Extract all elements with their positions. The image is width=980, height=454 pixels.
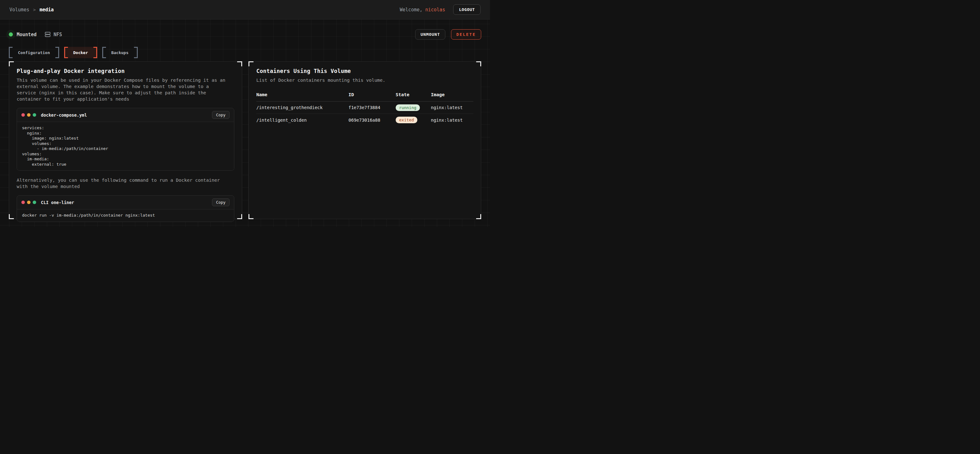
panel-title: Plug-and-play Docker integration	[17, 68, 234, 74]
breadcrumb-volumes-link[interactable]: Volumes	[10, 7, 29, 13]
traffic-light-green-icon	[33, 113, 36, 117]
card-corner-icon	[476, 214, 481, 219]
container-state: running	[396, 105, 431, 111]
mounted-status-dot-icon	[9, 32, 13, 37]
tab-configuration[interactable]: Configuration	[9, 47, 59, 58]
welcome-prefix: Welcome,	[400, 7, 425, 13]
tab-docker[interactable]: Docker	[64, 47, 97, 58]
container-id: 069e73016a88	[348, 117, 396, 122]
traffic-light-amber-icon	[27, 113, 30, 117]
traffic-light-red-icon	[21, 113, 25, 117]
table-row: /intelligent_colden 069e73016a88 exited …	[256, 114, 473, 126]
status-row: Mounted NFS UNMOUNT DELETE	[9, 19, 481, 40]
containers-panel: Containers Using This Volume List of Doc…	[248, 61, 481, 219]
traffic-lights	[21, 113, 36, 117]
main-content: Mounted NFS UNMOUNT DELETE Configuration…	[0, 19, 490, 227]
volume-type-label: NFS	[54, 32, 62, 37]
status-badge-running: running	[396, 105, 420, 111]
mounted-status-label: Mounted	[17, 32, 37, 37]
cli-intro-text: Alternatively, you can use the following…	[17, 177, 231, 190]
traffic-light-green-icon	[33, 201, 36, 204]
code-block-header: CLI one-liner Copy	[17, 195, 234, 209]
volume-actions: UNMOUNT DELETE	[415, 29, 481, 40]
copy-compose-button[interactable]: Copy	[212, 111, 229, 119]
containers-table: Name ID State Image /interesting_grothen…	[256, 92, 473, 126]
card-corner-icon	[248, 214, 253, 219]
container-name: /interesting_grothendieck	[256, 105, 348, 110]
tab-bar: Configuration Docker Backups	[9, 47, 481, 58]
panel-title: Containers Using This Volume	[256, 68, 473, 74]
container-name: /intelligent_colden	[256, 117, 348, 122]
traffic-light-red-icon	[21, 201, 25, 204]
table-row: /interesting_grothendieck f1e73e7f3884 r…	[256, 102, 473, 114]
column-header-state: State	[396, 92, 431, 97]
top-bar: Volumes > media Welcome, nicolas LOGOUT	[0, 0, 490, 19]
panel-subtitle: List of Docker containers mounting this …	[256, 77, 469, 83]
column-header-name: Name	[256, 92, 348, 97]
unmount-button[interactable]: UNMOUNT	[415, 29, 445, 40]
panels: Plug-and-play Docker integration This vo…	[9, 61, 481, 219]
server-icon	[45, 32, 51, 37]
cli-code-block: CLI one-liner Copy docker run -v im-medi…	[17, 195, 234, 222]
compose-yaml-code: services: nginx: image: nginx:latest vol…	[22, 125, 229, 167]
username: nicolas	[425, 7, 445, 13]
cli-command-code: docker run -v im-media:/path/in/containe…	[22, 213, 229, 218]
container-state: exited	[396, 117, 431, 123]
volume-status: Mounted NFS	[9, 32, 62, 37]
code-block-header: docker-compose.yml Copy	[17, 108, 234, 122]
code-filename: CLI one-liner	[41, 200, 74, 205]
traffic-lights	[21, 201, 36, 204]
container-image: nginx:latest	[431, 105, 473, 110]
compose-code-block: docker-compose.yml Copy services: nginx:…	[17, 108, 234, 171]
docker-integration-panel: Plug-and-play Docker integration This vo…	[9, 61, 242, 219]
code-body: docker run -v im-media:/path/in/containe…	[17, 209, 234, 222]
column-header-id: ID	[348, 92, 396, 97]
welcome-text: Welcome, nicolas	[400, 7, 445, 13]
code-body: services: nginx: image: nginx:latest vol…	[17, 122, 234, 170]
copy-cli-button[interactable]: Copy	[212, 198, 229, 206]
container-image: nginx:latest	[431, 117, 473, 122]
chevron-right-icon: >	[33, 7, 35, 12]
header-right: Welcome, nicolas LOGOUT	[400, 5, 480, 15]
status-badge-exited: exited	[396, 117, 417, 123]
breadcrumb-current-volume: media	[40, 7, 54, 13]
delete-button[interactable]: DELETE	[451, 29, 481, 40]
container-id: f1e73e7f3884	[348, 105, 396, 110]
volume-type: NFS	[45, 32, 62, 37]
column-header-image: Image	[431, 92, 473, 97]
breadcrumb: Volumes > media	[10, 7, 54, 13]
tab-backups[interactable]: Backups	[102, 47, 138, 58]
panel-description: This volume can be used in your Docker C…	[17, 77, 229, 102]
logout-button[interactable]: LOGOUT	[453, 5, 480, 15]
table-header-row: Name ID State Image	[256, 92, 473, 102]
code-filename: docker-compose.yml	[41, 113, 87, 117]
traffic-light-amber-icon	[27, 201, 30, 204]
